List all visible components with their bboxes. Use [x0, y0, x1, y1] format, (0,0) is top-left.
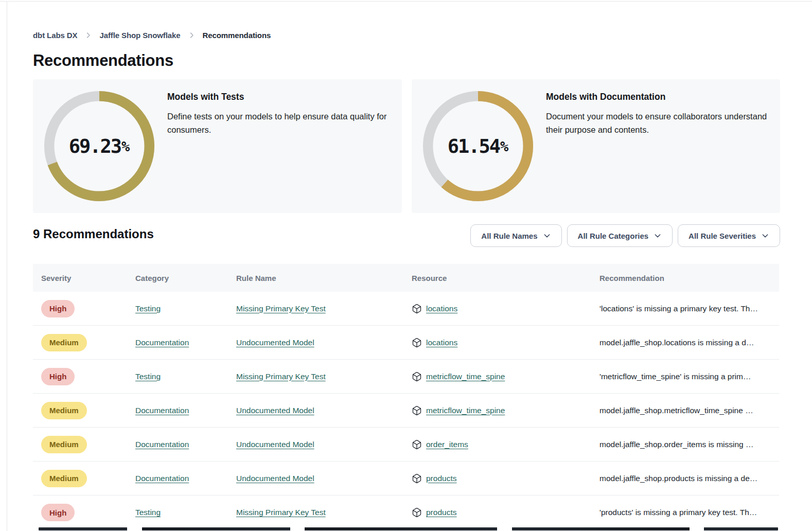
model-cube-icon — [412, 304, 422, 314]
rule-severities-filter-dropdown[interactable]: All Rule Severities — [678, 224, 780, 247]
column-header-category: Category — [135, 274, 236, 282]
card-description: Document your models to ensure collabora… — [546, 110, 772, 136]
recommendation-text: 'products' is missing a primary key test… — [599, 508, 779, 517]
filter-label: All Rule Names — [481, 232, 537, 240]
recommendation-text: model.jaffle_shop.products is missing a … — [599, 474, 779, 483]
severity-badge: Medium — [41, 402, 87, 419]
chevron-down-icon — [654, 232, 662, 240]
rule-name-link[interactable]: Undocumented Model — [236, 474, 314, 483]
severity-badge: Medium — [41, 436, 87, 453]
chevron-down-icon — [543, 232, 551, 240]
model-cube-icon — [412, 507, 422, 518]
breadcrumb-item-account[interactable]: dbt Labs DX — [33, 31, 77, 40]
category-link[interactable]: Testing — [135, 304, 161, 313]
breadcrumb-item-project[interactable]: Jaffle Shop Snowflake — [99, 31, 180, 40]
table-row: Medium Documentation Undocumented Model … — [33, 326, 779, 360]
severity-badge: Medium — [41, 334, 87, 351]
rule-name-link[interactable]: Undocumented Model — [236, 440, 314, 449]
models-with-documentation-card: 61.54% Models with Documentation Documen… — [412, 79, 780, 213]
chevron-right-icon — [84, 31, 92, 39]
rule-categories-filter-dropdown[interactable]: All Rule Categories — [567, 224, 673, 247]
rule-name-link[interactable]: Undocumented Model — [236, 406, 314, 415]
table-row: High Testing Missing Primary Key Test lo… — [33, 292, 779, 326]
category-link[interactable]: Documentation — [135, 474, 189, 483]
model-cube-icon — [412, 473, 422, 484]
chevron-right-icon — [188, 31, 196, 39]
model-cube-icon — [412, 405, 422, 416]
column-header-rule-name: Rule Name — [236, 274, 412, 282]
resource-link[interactable]: products — [426, 508, 456, 517]
breadcrumb-item-current: Recommendations — [203, 31, 271, 40]
severity-badge: High — [41, 300, 75, 317]
page-title: Recommendations — [33, 51, 173, 70]
recommendation-text: 'locations' is missing a primary key tes… — [599, 304, 779, 313]
rule-name-link[interactable]: Missing Primary Key Test — [236, 372, 326, 381]
resource-link[interactable]: locations — [426, 338, 457, 347]
table-row: Medium Documentation Undocumented Model … — [33, 428, 779, 462]
resource-link[interactable]: metricflow_time_spine — [426, 406, 505, 415]
resource-link[interactable]: metricflow_time_spine — [426, 372, 505, 381]
table-body: High Testing Missing Primary Key Test lo… — [33, 292, 779, 529]
table-row: High Testing Missing Primary Key Test pr… — [33, 495, 779, 529]
documentation-percent-label: 61.54% — [422, 90, 534, 202]
clipped-next-row — [39, 527, 778, 530]
resource-link[interactable]: locations — [426, 304, 457, 313]
window-frame-left — [7, 1, 7, 531]
category-link[interactable]: Documentation — [135, 406, 189, 415]
table-row: Medium Documentation Undocumented Model … — [33, 394, 779, 428]
card-description: Define tests on your models to help ensu… — [167, 110, 394, 136]
filter-label: All Rule Severities — [689, 232, 756, 240]
model-cube-icon — [412, 338, 422, 348]
filter-bar: All Rule Names All Rule Categories All R… — [470, 224, 780, 247]
column-header-resource: Resource — [412, 274, 599, 282]
recommendations-table: Severity Category Rule Name Resource Rec… — [33, 264, 779, 529]
model-cube-icon — [412, 371, 422, 382]
table-row: Medium Documentation Undocumented Model … — [33, 462, 779, 495]
model-cube-icon — [412, 439, 422, 450]
recommendation-text: 'metricflow_time_spine' is missing a pri… — [599, 372, 779, 381]
rule-names-filter-dropdown[interactable]: All Rule Names — [470, 224, 561, 247]
rule-name-link[interactable]: Undocumented Model — [236, 338, 314, 347]
table-row: High Testing Missing Primary Key Test me… — [33, 360, 779, 394]
severity-badge: Medium — [41, 470, 87, 487]
severity-badge: High — [41, 368, 75, 385]
recommendation-text: model.jaffle_shop.metricflow_time_spine … — [599, 406, 779, 415]
card-title: Models with Documentation — [546, 92, 772, 102]
category-link[interactable]: Testing — [135, 372, 161, 381]
tests-percent-label: 69.23% — [43, 90, 155, 202]
tests-donut-chart: 69.23% — [43, 90, 155, 202]
recommendations-count-title: 9 Recommendations — [33, 227, 154, 241]
category-link[interactable]: Testing — [135, 508, 161, 517]
table-header-row: Severity Category Rule Name Resource Rec… — [33, 264, 779, 292]
card-title: Models with Tests — [167, 92, 394, 102]
window-frame-top — [0, 1, 812, 2]
resource-link[interactable]: products — [426, 474, 456, 483]
rule-name-link[interactable]: Missing Primary Key Test — [236, 304, 326, 313]
models-with-tests-card: 69.23% Models with Tests Define tests on… — [33, 79, 402, 213]
recommendation-text: model.jaffle_shop.order_items is missing… — [599, 440, 779, 449]
breadcrumb: dbt Labs DX Jaffle Shop Snowflake Recomm… — [33, 31, 271, 40]
severity-badge: High — [41, 504, 75, 521]
rule-name-link[interactable]: Missing Primary Key Test — [236, 508, 326, 517]
resource-link[interactable]: order_items — [426, 440, 468, 449]
filter-label: All Rule Categories — [578, 232, 649, 240]
category-link[interactable]: Documentation — [135, 338, 189, 347]
recommendation-text: model.jaffle_shop.locations is missing a… — [599, 338, 779, 347]
column-header-recommendation: Recommendation — [599, 274, 779, 282]
category-link[interactable]: Documentation — [135, 440, 189, 449]
column-header-severity: Severity — [41, 274, 135, 282]
chevron-down-icon — [761, 232, 769, 240]
documentation-donut-chart: 61.54% — [422, 90, 534, 202]
